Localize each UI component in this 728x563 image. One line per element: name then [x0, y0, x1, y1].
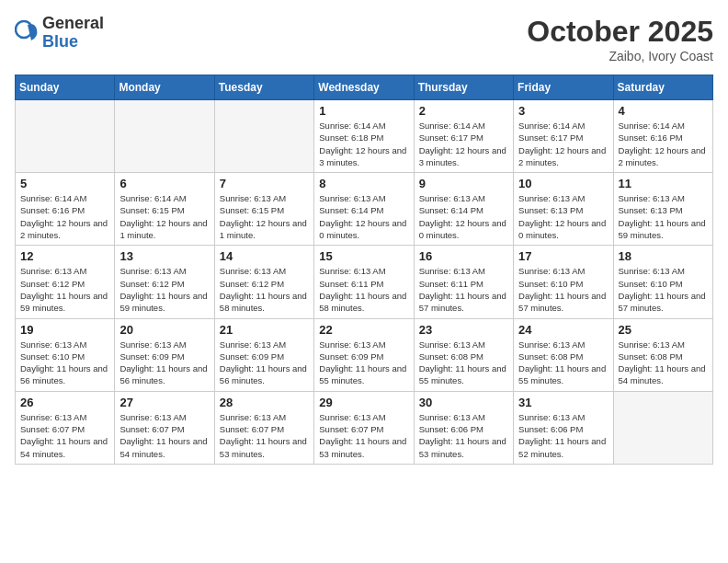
- day-number: 28: [220, 396, 309, 409]
- calendar-cell: 18Sunrise: 6:13 AM Sunset: 6:10 PM Dayli…: [613, 246, 712, 318]
- title-block: October 2025 Zaibo, Ivory Coast: [527, 15, 713, 63]
- week-row: 1Sunrise: 6:14 AM Sunset: 6:18 PM Daylig…: [16, 100, 713, 173]
- month-title: October 2025: [527, 15, 713, 49]
- day-number: 16: [419, 249, 508, 263]
- calendar-cell: 28Sunrise: 6:13 AM Sunset: 6:07 PM Dayli…: [214, 391, 313, 464]
- day-detail: Sunrise: 6:14 AM Sunset: 6:15 PM Dayligh…: [119, 192, 209, 241]
- day-detail: Sunrise: 6:13 AM Sunset: 6:08 PM Dayligh…: [518, 339, 608, 387]
- day-detail: Sunrise: 6:13 AM Sunset: 6:08 PM Dayligh…: [619, 339, 708, 387]
- day-detail: Sunrise: 6:14 AM Sunset: 6:16 PM Dayligh…: [619, 120, 708, 168]
- calendar-cell: 21Sunrise: 6:13 AM Sunset: 6:09 PM Dayli…: [214, 318, 313, 391]
- day-detail: Sunrise: 6:13 AM Sunset: 6:07 PM Dayligh…: [119, 411, 209, 460]
- day-detail: Sunrise: 6:13 AM Sunset: 6:11 PM Dayligh…: [319, 265, 408, 314]
- day-number: 22: [319, 323, 408, 337]
- weekday-header: Wednesday: [314, 75, 414, 100]
- calendar-cell: 20Sunrise: 6:13 AM Sunset: 6:09 PM Dayli…: [115, 318, 214, 391]
- calendar-cell: 29Sunrise: 6:13 AM Sunset: 6:07 PM Dayli…: [314, 391, 414, 464]
- day-number: 15: [319, 249, 408, 263]
- day-number: 8: [319, 177, 408, 190]
- day-detail: Sunrise: 6:13 AM Sunset: 6:09 PM Dayligh…: [119, 339, 209, 387]
- calendar-cell: 19Sunrise: 6:13 AM Sunset: 6:10 PM Dayli…: [16, 318, 115, 391]
- calendar-cell: [214, 100, 313, 173]
- day-number: 6: [119, 177, 209, 190]
- day-detail: Sunrise: 6:13 AM Sunset: 6:14 PM Dayligh…: [319, 192, 408, 241]
- calendar-cell: 5Sunrise: 6:14 AM Sunset: 6:16 PM Daylig…: [16, 173, 115, 246]
- day-number: 3: [518, 104, 608, 118]
- day-detail: Sunrise: 6:13 AM Sunset: 6:12 PM Dayligh…: [119, 265, 209, 314]
- calendar-cell: 30Sunrise: 6:13 AM Sunset: 6:06 PM Dayli…: [414, 391, 513, 464]
- calendar: SundayMondayTuesdayWednesdayThursdayFrid…: [15, 75, 713, 465]
- calendar-cell: 6Sunrise: 6:14 AM Sunset: 6:15 PM Daylig…: [115, 173, 214, 246]
- logo-blue: Blue: [42, 33, 104, 52]
- day-number: 29: [319, 396, 408, 409]
- day-detail: Sunrise: 6:13 AM Sunset: 6:09 PM Dayligh…: [319, 339, 408, 387]
- day-number: 14: [220, 249, 309, 263]
- calendar-cell: 8Sunrise: 6:13 AM Sunset: 6:14 PM Daylig…: [314, 173, 414, 246]
- calendar-cell: 26Sunrise: 6:13 AM Sunset: 6:07 PM Dayli…: [16, 391, 115, 464]
- weekday-header: Sunday: [16, 75, 115, 100]
- day-number: 24: [518, 323, 608, 337]
- day-number: 10: [518, 177, 608, 190]
- day-detail: Sunrise: 6:13 AM Sunset: 6:13 PM Dayligh…: [619, 192, 708, 241]
- week-row: 12Sunrise: 6:13 AM Sunset: 6:12 PM Dayli…: [16, 246, 713, 318]
- weekday-header: Thursday: [414, 75, 513, 100]
- weekday-header: Tuesday: [214, 75, 313, 100]
- logo-general: General: [42, 15, 104, 33]
- calendar-cell: 11Sunrise: 6:13 AM Sunset: 6:13 PM Dayli…: [613, 173, 712, 246]
- day-number: 19: [20, 323, 109, 337]
- day-detail: Sunrise: 6:13 AM Sunset: 6:06 PM Dayligh…: [518, 411, 608, 460]
- calendar-cell: 16Sunrise: 6:13 AM Sunset: 6:11 PM Dayli…: [414, 246, 513, 318]
- day-number: 2: [419, 104, 508, 118]
- calendar-cell: 7Sunrise: 6:13 AM Sunset: 6:15 PM Daylig…: [214, 173, 313, 246]
- day-detail: Sunrise: 6:13 AM Sunset: 6:10 PM Dayligh…: [619, 265, 708, 314]
- day-number: 13: [119, 249, 209, 263]
- calendar-cell: 22Sunrise: 6:13 AM Sunset: 6:09 PM Dayli…: [314, 318, 414, 391]
- day-number: 18: [619, 249, 708, 263]
- weekday-header: Friday: [514, 75, 613, 100]
- calendar-cell: [613, 391, 712, 464]
- logo-text: General Blue: [42, 15, 104, 52]
- day-number: 26: [20, 396, 109, 409]
- day-number: 12: [20, 249, 109, 263]
- day-number: 9: [419, 177, 508, 190]
- day-number: 23: [419, 323, 508, 337]
- day-number: 1: [319, 104, 408, 118]
- calendar-cell: 31Sunrise: 6:13 AM Sunset: 6:06 PM Dayli…: [514, 391, 613, 464]
- day-detail: Sunrise: 6:13 AM Sunset: 6:09 PM Dayligh…: [220, 339, 309, 387]
- calendar-cell: 24Sunrise: 6:13 AM Sunset: 6:08 PM Dayli…: [514, 318, 613, 391]
- day-detail: Sunrise: 6:13 AM Sunset: 6:08 PM Dayligh…: [419, 339, 508, 387]
- day-detail: Sunrise: 6:13 AM Sunset: 6:10 PM Dayligh…: [20, 339, 109, 387]
- weekday-header: Monday: [115, 75, 214, 100]
- calendar-cell: 25Sunrise: 6:13 AM Sunset: 6:08 PM Dayli…: [613, 318, 712, 391]
- calendar-cell: 1Sunrise: 6:14 AM Sunset: 6:18 PM Daylig…: [314, 100, 414, 173]
- calendar-cell: 10Sunrise: 6:13 AM Sunset: 6:13 PM Dayli…: [514, 173, 613, 246]
- day-number: 30: [419, 396, 508, 409]
- day-detail: Sunrise: 6:13 AM Sunset: 6:07 PM Dayligh…: [319, 411, 408, 460]
- week-row: 26Sunrise: 6:13 AM Sunset: 6:07 PM Dayli…: [16, 391, 713, 464]
- week-row: 19Sunrise: 6:13 AM Sunset: 6:10 PM Dayli…: [16, 318, 713, 391]
- day-number: 17: [518, 249, 608, 263]
- weekday-header-row: SundayMondayTuesdayWednesdayThursdayFrid…: [16, 75, 713, 100]
- day-detail: Sunrise: 6:13 AM Sunset: 6:11 PM Dayligh…: [419, 265, 508, 314]
- calendar-cell: 23Sunrise: 6:13 AM Sunset: 6:08 PM Dayli…: [414, 318, 513, 391]
- logo-icon: [15, 20, 40, 46]
- day-detail: Sunrise: 6:13 AM Sunset: 6:07 PM Dayligh…: [220, 411, 309, 460]
- day-detail: Sunrise: 6:14 AM Sunset: 6:17 PM Dayligh…: [419, 120, 508, 168]
- day-number: 7: [220, 177, 309, 190]
- week-row: 5Sunrise: 6:14 AM Sunset: 6:16 PM Daylig…: [16, 173, 713, 246]
- location: Zaibo, Ivory Coast: [527, 49, 713, 63]
- day-detail: Sunrise: 6:13 AM Sunset: 6:07 PM Dayligh…: [20, 411, 109, 460]
- calendar-cell: 3Sunrise: 6:14 AM Sunset: 6:17 PM Daylig…: [514, 100, 613, 173]
- day-number: 5: [20, 177, 109, 190]
- day-detail: Sunrise: 6:13 AM Sunset: 6:14 PM Dayligh…: [419, 192, 508, 241]
- day-detail: Sunrise: 6:13 AM Sunset: 6:10 PM Dayligh…: [518, 265, 608, 314]
- day-number: 21: [220, 323, 309, 337]
- day-number: 4: [619, 104, 708, 118]
- calendar-cell: 27Sunrise: 6:13 AM Sunset: 6:07 PM Dayli…: [115, 391, 214, 464]
- calendar-cell: 9Sunrise: 6:13 AM Sunset: 6:14 PM Daylig…: [414, 173, 513, 246]
- weekday-header: Saturday: [613, 75, 712, 100]
- day-detail: Sunrise: 6:14 AM Sunset: 6:16 PM Dayligh…: [20, 192, 109, 241]
- day-number: 27: [119, 396, 209, 409]
- day-detail: Sunrise: 6:13 AM Sunset: 6:06 PM Dayligh…: [419, 411, 508, 460]
- calendar-cell: 13Sunrise: 6:13 AM Sunset: 6:12 PM Dayli…: [115, 246, 214, 318]
